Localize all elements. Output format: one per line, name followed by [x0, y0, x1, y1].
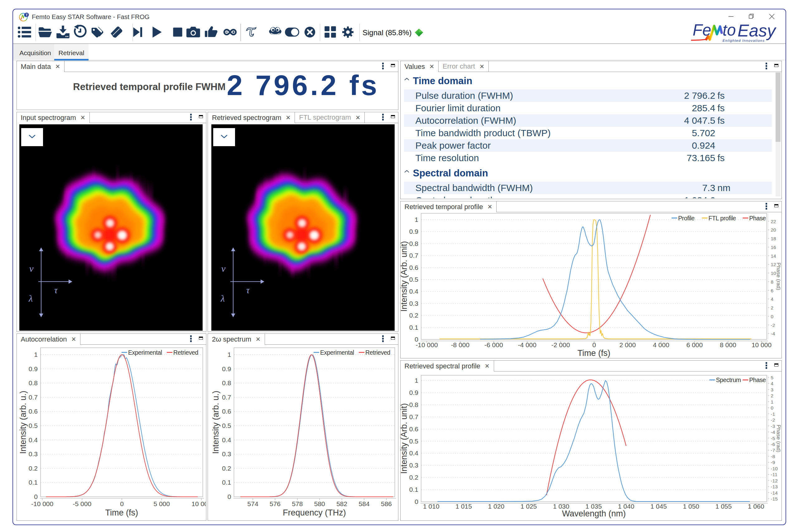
svg-text:1 055: 1 055 — [716, 503, 732, 510]
svg-text:10 000: 10 000 — [191, 500, 206, 507]
svg-text:Frequency (THz): Frequency (THz) — [283, 508, 346, 517]
svg-text:574: 574 — [247, 500, 258, 507]
svg-text:-6: -6 — [771, 442, 775, 447]
svg-text:6 000: 6 000 — [686, 341, 703, 348]
svg-text:-11: -11 — [771, 472, 777, 477]
svg-text:0.6: 0.6 — [222, 407, 231, 415]
svg-text:16: 16 — [771, 245, 776, 250]
svg-text:0.3: 0.3 — [409, 300, 418, 307]
svg-text:1 010: 1 010 — [423, 503, 439, 510]
svg-text:τ: τ — [54, 285, 58, 295]
svg-text:-14: -14 — [771, 490, 778, 496]
svg-text:Intensity (arb. u.): Intensity (arb. u.) — [211, 391, 221, 454]
svg-text:0.3: 0.3 — [222, 450, 231, 457]
svg-text:Phase: Phase — [749, 377, 766, 383]
svg-text:-10: -10 — [771, 466, 778, 471]
svg-text:Intensity (Arb. unit): Intensity (Arb. unit) — [401, 403, 408, 474]
svg-text:20: 20 — [771, 227, 777, 232]
svg-text:1: 1 — [415, 216, 418, 223]
svg-text:Retrieved: Retrieved — [365, 349, 390, 356]
svg-text:8: 8 — [771, 279, 774, 285]
svg-text:1: 1 — [415, 377, 418, 384]
svg-text:ν: ν — [29, 263, 34, 274]
svg-text:T: T — [25, 13, 28, 17]
svg-text:0.2: 0.2 — [222, 465, 231, 472]
svg-text:λ: λ — [28, 293, 33, 304]
svg-text:586: 586 — [381, 500, 392, 507]
svg-text:14: 14 — [771, 253, 777, 259]
svg-text:3: 3 — [771, 387, 774, 392]
svg-text:0.9: 0.9 — [409, 389, 418, 396]
svg-text:Time (fs): Time (fs) — [106, 508, 138, 517]
svg-text:580: 580 — [314, 500, 325, 507]
svg-text:0.9: 0.9 — [409, 228, 418, 235]
svg-text:FTL profile: FTL profile — [708, 215, 736, 222]
svg-text:1: 1 — [227, 351, 231, 358]
svg-text:-2 000: -2 000 — [551, 341, 570, 348]
svg-text:Spectrum: Spectrum — [716, 377, 741, 383]
svg-text:τ: τ — [246, 285, 250, 295]
svg-text:0.8: 0.8 — [409, 401, 418, 408]
svg-text:-10 000: -10 000 — [416, 341, 438, 348]
svg-text:0.2: 0.2 — [409, 312, 418, 319]
svg-text:0.4: 0.4 — [222, 436, 231, 443]
svg-text:578: 578 — [292, 500, 303, 507]
svg-text:4: 4 — [771, 297, 774, 302]
svg-text:582: 582 — [336, 500, 347, 507]
svg-text:10: 10 — [771, 270, 777, 276]
svg-text:22: 22 — [771, 219, 776, 224]
svg-text:-5 000: -5 000 — [73, 500, 92, 507]
svg-text:10 000: 10 000 — [752, 341, 772, 348]
svg-text:2 000: 2 000 — [620, 341, 636, 348]
svg-text:-4: -4 — [771, 430, 775, 435]
svg-text:0: 0 — [120, 500, 124, 507]
svg-text:Intensity (Arb. unit): Intensity (Arb. unit) — [401, 241, 408, 312]
svg-text:-4: -4 — [771, 331, 775, 336]
svg-text:-12: -12 — [771, 478, 778, 483]
svg-text:0.5: 0.5 — [409, 438, 418, 445]
svg-text:0: 0 — [771, 314, 774, 319]
svg-text:ν: ν — [221, 263, 226, 274]
svg-text:Phase (rad): Phase (rad) — [776, 425, 781, 453]
svg-text:0.4: 0.4 — [409, 288, 419, 295]
svg-text:0.7: 0.7 — [222, 394, 231, 401]
svg-text:0.2: 0.2 — [29, 465, 38, 472]
svg-text:0.1: 0.1 — [29, 479, 38, 486]
svg-text:-2: -2 — [771, 323, 775, 328]
svg-text:0.1: 0.1 — [409, 486, 418, 493]
svg-text:0.6: 0.6 — [409, 264, 418, 271]
svg-text:1: 1 — [34, 351, 38, 358]
svg-text:-15: -15 — [771, 496, 778, 501]
svg-text:0.5: 0.5 — [29, 422, 38, 429]
svg-text:0.9: 0.9 — [29, 365, 38, 373]
svg-text:-2: -2 — [771, 417, 775, 423]
svg-text:Experimental: Experimental — [128, 349, 162, 356]
svg-text:5 000: 5 000 — [153, 500, 170, 507]
svg-text:Enlighted Innovations: Enlighted Innovations — [723, 39, 765, 42]
svg-text:1 060: 1 060 — [748, 503, 764, 510]
svg-text:Time (fs): Time (fs) — [577, 348, 610, 358]
svg-text:Experimental: Experimental — [320, 349, 354, 356]
svg-text:584: 584 — [359, 500, 369, 507]
svg-text:0: 0 — [771, 405, 774, 411]
svg-text:Easy: Easy — [738, 21, 777, 40]
svg-text:1: 1 — [771, 399, 774, 404]
svg-text:12: 12 — [771, 262, 776, 267]
svg-text:Phase (rad): Phase (rad) — [776, 262, 781, 290]
svg-text:1 045: 1 045 — [650, 503, 667, 510]
svg-text:18: 18 — [771, 236, 776, 241]
svg-text:1 020: 1 020 — [488, 503, 505, 510]
svg-text:2: 2 — [771, 393, 774, 398]
svg-text:0.4: 0.4 — [29, 436, 38, 443]
svg-text:0: 0 — [415, 498, 418, 505]
svg-text:0.7: 0.7 — [29, 394, 38, 401]
svg-text:576: 576 — [269, 500, 280, 507]
svg-text:-4 000: -4 000 — [518, 341, 536, 348]
svg-text:0.5: 0.5 — [409, 276, 418, 283]
svg-text:0.8: 0.8 — [222, 379, 231, 386]
svg-text:8 000: 8 000 — [720, 341, 736, 348]
svg-text:0: 0 — [34, 493, 38, 500]
svg-text:0.5: 0.5 — [222, 422, 231, 429]
svg-text:0.8: 0.8 — [409, 240, 418, 247]
svg-text:-5: -5 — [771, 436, 775, 441]
